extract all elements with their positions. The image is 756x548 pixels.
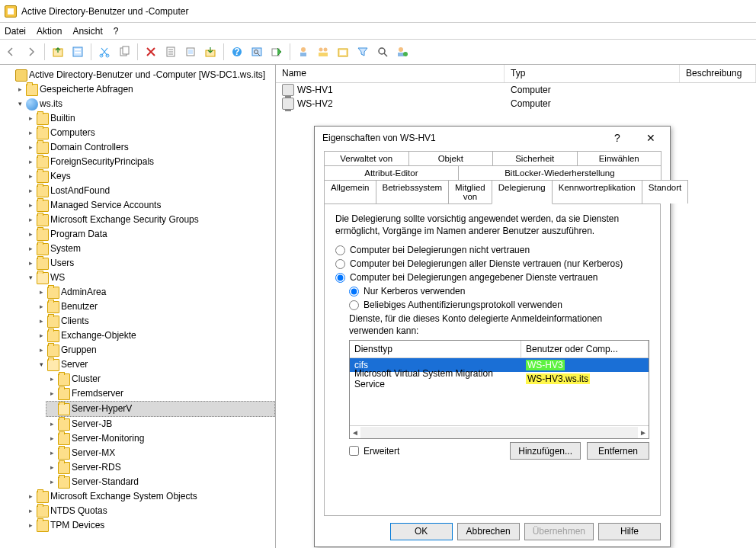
tab-pwdrepl[interactable]: Kennwortreplikation [552, 180, 642, 203]
svc-col-target[interactable]: Benutzer oder Comp... [521, 341, 649, 357]
tree-fsp[interactable]: ForeignSecurityPrincipals [24, 155, 275, 169]
tree-computers[interactable]: Computers [24, 126, 275, 140]
tree-mesg[interactable]: Microsoft Exchange Security Groups [24, 213, 275, 227]
delete-icon[interactable] [143, 43, 159, 60]
tree-builtin[interactable]: Builtin [24, 111, 275, 126]
tree-server-mx[interactable]: Server-MX [46, 446, 275, 460]
tab-general[interactable]: Allgemein [324, 180, 376, 203]
tree-pdata[interactable]: Program Data [24, 227, 275, 242]
tree-msa[interactable]: Managed Service Accounts [24, 198, 275, 213]
tree-clients[interactable]: Clients [35, 314, 275, 328]
menu-help[interactable]: ? [114, 26, 119, 37]
tree-gruppen[interactable]: Gruppen [35, 343, 275, 357]
h-scrollbar[interactable]: ◄ ► [350, 425, 649, 438]
tree-server-jb[interactable]: Server-JB [46, 417, 275, 431]
col-type[interactable]: Typ [505, 65, 680, 82]
tree-server[interactable]: Server [35, 357, 275, 372]
menu-file[interactable]: Datei [5, 26, 26, 37]
col-desc[interactable]: Beschreibung [680, 65, 756, 82]
scroll-left-icon[interactable]: ◄ [351, 428, 359, 437]
props-sheet-icon[interactable] [162, 43, 179, 60]
filter-icon[interactable] [354, 43, 371, 60]
tree-pane[interactable]: Active Directory-Benutzer und -Computer … [0, 65, 276, 548]
opt-spec[interactable]: Computer bei Delegierungen angegebener D… [335, 272, 649, 283]
delegation-panel: Die Delegierung sollte vorsichtig angewe… [324, 203, 661, 516]
properties-icon[interactable] [69, 43, 86, 60]
tab-security[interactable]: Sicherheit [492, 151, 578, 165]
tab-bitlocker[interactable]: BitLocker-Wiederherstellung [458, 165, 662, 180]
cancel-button[interactable]: Abbrechen [457, 523, 520, 540]
tree-root[interactable]: Active Directory-Benutzer und -Computer … [3, 68, 275, 82]
expanded-checkbox[interactable]: Erweitert [349, 446, 399, 457]
dialog-help-icon[interactable]: ? [606, 132, 629, 144]
tree-server-mon[interactable]: Server-Monitoring [46, 431, 275, 446]
nav-forward-icon[interactable] [23, 43, 40, 60]
list-row[interactable]: WS-HV1 Computer [276, 83, 756, 97]
new-ou-icon[interactable] [335, 43, 351, 60]
find-icon[interactable] [248, 43, 265, 60]
folder-icon [47, 301, 59, 313]
dialog-close-icon[interactable]: ✕ [639, 132, 662, 144]
help-icon[interactable]: ? [229, 43, 245, 60]
tab-managedby[interactable]: Verwaltet von [324, 151, 409, 165]
tab-delegation[interactable]: Delegierung [492, 180, 553, 204]
new-user-icon[interactable] [295, 43, 312, 60]
add-user-group-icon[interactable] [394, 43, 411, 60]
menu-view[interactable]: Ansicht [72, 26, 102, 37]
add-button[interactable]: Hinzufügen... [510, 442, 581, 460]
up-icon[interactable] [50, 43, 66, 60]
tree-server-hyperv[interactable]: Server-HyperV [46, 401, 275, 417]
tree-meso[interactable]: Microsoft Exchange System Objects [24, 489, 275, 504]
tab-memberof[interactable]: Mitglied von [448, 180, 492, 203]
opt-kerb[interactable]: Nur Kerberos verwenden [349, 286, 649, 296]
tree-benutzer[interactable]: Benutzer [35, 300, 275, 314]
remove-button[interactable]: Entfernen [587, 442, 649, 460]
folder-icon [37, 229, 49, 241]
tab-location[interactable]: Standort [642, 180, 688, 203]
tree-fremdserver[interactable]: Fremdserver [46, 386, 275, 401]
svg-rect-2 [75, 49, 81, 50]
tree-ws[interactable]: WS [24, 271, 275, 285]
svc-row[interactable]: Microsoft Virtual System Migration Servi… [350, 372, 649, 386]
opt-any[interactable]: Computer bei Delegierungen aller Dienste… [335, 258, 649, 269]
tab-os[interactable]: Betriebssystem [376, 180, 450, 203]
apply-button[interactable]: Übernehmen [524, 523, 594, 540]
tree-keys[interactable]: Keys [24, 169, 275, 184]
scroll-right-icon[interactable]: ► [639, 428, 647, 437]
opt-anyp[interactable]: Beliebiges Authentifizierungsprotokoll v… [349, 300, 649, 310]
tree-exo[interactable]: Exchange-Objekte [35, 328, 275, 343]
export-icon[interactable] [202, 43, 219, 60]
tree-adminarea[interactable]: AdminArea [35, 285, 275, 300]
svc-col-type[interactable]: Diensttyp [350, 341, 521, 357]
computer-icon [282, 98, 294, 110]
help-button[interactable]: Hilfe [598, 523, 661, 540]
opt-none[interactable]: Computer bei Delegierungen nicht vertrau… [335, 245, 649, 255]
refresh-icon[interactable] [182, 43, 199, 60]
list-row[interactable]: WS-HV2 Computer [276, 97, 756, 111]
col-name[interactable]: Name [276, 65, 505, 82]
tab-object[interactable]: Objekt [408, 151, 494, 165]
run-icon[interactable] [268, 43, 285, 60]
cut-icon[interactable] [96, 43, 113, 60]
nav-back-icon[interactable] [3, 43, 20, 60]
search-icon[interactable] [374, 43, 391, 60]
tree-server-rds[interactable]: Server-RDS [46, 460, 275, 475]
tab-attr-editor[interactable]: Attribut-Editor [324, 165, 459, 180]
new-group-icon[interactable] [315, 43, 332, 60]
tree-cluster[interactable]: Cluster [46, 372, 275, 386]
folder-icon [47, 345, 59, 357]
tab-dialin[interactable]: Einwählen [577, 151, 662, 165]
tree-tpm[interactable]: TPM Devices [24, 518, 275, 533]
ok-button[interactable]: OK [390, 523, 453, 540]
tree-saved-queries[interactable]: Gespeicherte Abfragen [14, 82, 275, 97]
tree-ntds[interactable]: NTDS Quotas [24, 504, 275, 518]
tree-laf[interactable]: LostAndFound [24, 184, 275, 198]
tree-server-std[interactable]: Server-Standard [46, 475, 275, 489]
tree-system[interactable]: System [24, 242, 275, 256]
tree-dc[interactable]: Domain Controllers [24, 140, 275, 155]
copy-icon[interactable] [116, 43, 133, 60]
tree-domain[interactable]: ws.its [14, 97, 275, 111]
menu-action[interactable]: Aktion [37, 26, 62, 37]
tree-users[interactable]: Users [24, 256, 275, 271]
services-list[interactable]: Diensttyp Benutzer oder Comp... cifs WS-… [349, 340, 649, 439]
